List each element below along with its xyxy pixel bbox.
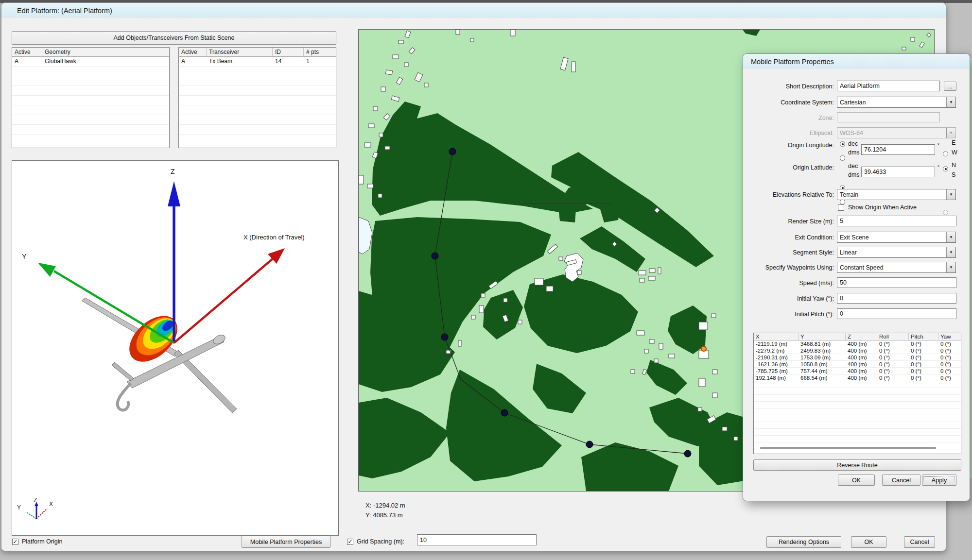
latitude-south-radio[interactable] [943,210,948,215]
latitude-input[interactable]: 39.4633 [861,167,935,177]
column-header-roll[interactable]: Roll [877,333,909,340]
exit-condition-dropdown[interactable]: Exit Scene ▼ [837,232,956,243]
transceiver-table-header[interactable]: Active Transceiver ID # pts [179,48,336,57]
table-cell: 14 [273,57,304,66]
table-cell: 668.54 (m) [798,374,846,381]
window-titlebar[interactable]: Edit Platform: (Aerial Platform) [1,3,946,17]
geometry-table-header[interactable]: Active Geometry [12,48,169,57]
table-row[interactable]: AGlobalHawk [12,57,169,66]
chevron-down-icon[interactable]: ▼ [946,262,955,272]
dialog-ok-button[interactable]: OK [838,475,875,486]
dialog-apply-button[interactable]: Apply [922,475,956,486]
table-row[interactable]: -2279.2 (m)2499.83 (m)400 (m)0 (°)0 (°)0… [754,347,961,354]
table-row[interactable]: -1621.36 (m)1050.8 (m)400 (m)0 (°)0 (°)0… [754,361,961,368]
horizontal-scrollbar-thumb[interactable] [760,447,936,449]
grid-spacing-checkbox[interactable]: ✓ [347,539,353,545]
main-cancel-button[interactable]: Cancel [904,536,935,548]
triad-x-label: X [49,501,53,508]
column-header-yaw[interactable]: Yaw [938,333,960,340]
column-header-y[interactable]: Y [798,333,846,340]
longitude-dec-radio[interactable] [840,141,845,147]
cursor-x-readout: X: -1294.02 m [365,502,405,509]
short-description-input[interactable]: Aerial Platform [837,81,940,91]
column-header-transceiver[interactable]: Transceiver [207,48,273,56]
column-header-pts[interactable]: # pts [304,48,336,56]
speed-input[interactable]: 50 [837,277,956,288]
column-header-x[interactable]: X [754,333,798,340]
table-cell: 400 (m) [846,354,877,361]
initial-pitch-input[interactable]: 0 [837,308,956,319]
table-cell: 0 (°) [909,368,938,374]
column-header-id[interactable]: ID [273,48,304,56]
elevations-relative-to-label: Elevations Relative To: [773,191,834,198]
table-row[interactable]: -785.725 (m)757.44 (m)400 (m)0 (°)0 (°)0… [754,368,961,374]
table-cell: 0 (°) [909,340,938,347]
table-cell: A [179,57,207,66]
mobile-platform-properties-button[interactable]: Mobile Platform Properties [242,536,330,548]
browse-button[interactable]: ... [944,82,956,91]
latitude-south-label: S [952,171,955,178]
building [378,194,382,198]
elevations-relative-to-dropdown[interactable]: Terrain ▼ [837,189,956,200]
column-header-z[interactable]: Z [846,333,877,340]
show-origin-checkbox[interactable] [838,204,844,211]
building [385,70,392,75]
chevron-down-icon[interactable]: ▼ [946,247,955,257]
building [368,124,374,128]
initial-yaw-label: Initial Yaw (°): [797,295,834,302]
table-cell: 400 (m) [846,347,877,354]
building [399,40,403,44]
3d-scene [12,161,338,535]
column-header-active[interactable]: Active [12,48,42,56]
grid-spacing-label: Grid Spacing (m): [357,538,404,545]
building [577,271,581,274]
chevron-down-icon[interactable]: ▼ [946,232,955,242]
platform-3d-viewer[interactable]: Z Y X (Direction of Travel) Y Z X [12,160,339,536]
main-ok-button[interactable]: OK [851,536,886,548]
building [559,257,563,260]
dialog-cancel-button[interactable]: Cancel [882,475,920,486]
reverse-route-button[interactable]: Reverse Route [753,459,961,471]
y-axis-label: Y [22,253,26,260]
specify-waypoints-dropdown[interactable]: Constant Speed ▼ [837,262,956,273]
table-row[interactable]: 192.148 (m)668.54 (m)400 (m)0 (°)0 (°)0 … [754,374,961,381]
grid-spacing-input[interactable]: 10 [417,534,537,545]
table-cell: -2279.2 (m) [754,347,798,354]
table-cell: GlobalHawk [42,57,169,66]
specify-waypoints-label: Specify Waypoints Using: [765,264,834,271]
longitude-dms-radio[interactable] [840,155,845,161]
longitude-east-radio[interactable] [943,151,948,156]
platform-origin-checkbox[interactable]: ✓ [12,539,18,545]
orientation-triad [26,502,47,519]
building [471,315,475,319]
rendering-options-button[interactable]: Rendering Options [766,536,841,548]
initial-yaw-input[interactable]: 0 [837,293,956,304]
table-cell: -785.725 (m) [754,368,798,374]
table-cell: 0 (°) [877,340,909,347]
chevron-down-icon[interactable]: ▼ [946,189,955,200]
building [639,271,646,275]
add-objects-transceivers-button[interactable]: Add Objects/Transceivers From Static Sce… [12,31,336,45]
segment-style-dropdown[interactable]: Linear ▼ [837,247,956,258]
column-header-geometry[interactable]: Geometry [42,48,169,56]
column-header-pitch[interactable]: Pitch [909,333,938,340]
waypoints-table-header[interactable]: X Y Z Roll Pitch Yaw [754,333,961,340]
building [518,320,522,324]
table-cell: 757.44 (m) [798,368,846,374]
table-cell: 3468.81 (m) [798,340,846,347]
chevron-down-icon[interactable]: ▼ [946,97,955,107]
longitude-input[interactable]: 76.1204 [861,144,935,155]
table-cell: 0 (°) [909,374,938,381]
table-row[interactable]: -2119.19 (m)3468.81 (m)400 (m)0 (°)0 (°)… [754,340,961,347]
table-row[interactable]: -2190.31 (m)1753.09 (m)400 (m)0 (°)0 (°)… [754,354,961,361]
render-size-input[interactable]: 5 [837,216,956,226]
coordinate-system-dropdown[interactable]: Cartesian ▼ [837,97,956,108]
dialog-titlebar[interactable]: Mobile Platform Properties [743,54,970,68]
longitude-west-radio[interactable] [943,166,948,171]
window-title: Edit Platform: (Aerial Platform) [17,7,112,15]
table-cell: 0 (°) [938,354,960,361]
column-header-active[interactable]: Active [179,48,207,56]
show-origin-label: Show Origin When Active [848,204,917,211]
table-row[interactable]: ATx Beam141 [179,57,336,66]
triad-z-label: Z [34,497,37,504]
